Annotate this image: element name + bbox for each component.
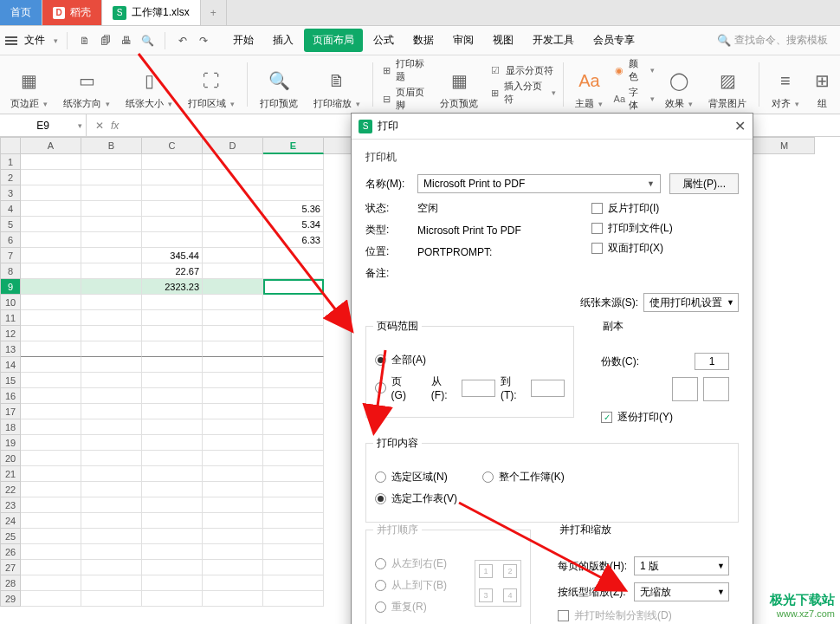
- row-header[interactable]: 22: [0, 482, 21, 497]
- row-header[interactable]: 20: [0, 451, 21, 466]
- row-header[interactable]: 28: [0, 575, 21, 591]
- mtab-dev[interactable]: 开发工具: [524, 29, 583, 52]
- theme-font[interactable]: Aa字体 ▾: [613, 86, 655, 112]
- row-header[interactable]: 18: [0, 419, 21, 435]
- save-icon[interactable]: 🗎: [76, 32, 94, 49]
- row-header[interactable]: 29: [0, 591, 21, 607]
- selected-sheet-radio[interactable]: 选定工作表(V): [375, 491, 729, 506]
- row-header[interactable]: 4: [0, 201, 21, 217]
- collate-check[interactable]: 逐份打印(Y): [601, 410, 729, 425]
- rg-theme[interactable]: Aa主题 ▾: [570, 59, 608, 110]
- rg-bgimage[interactable]: ▨背景图片: [703, 59, 752, 110]
- rg-orientation[interactable]: ▭纸张方向 ▾: [58, 59, 115, 110]
- perpage-combo[interactable]: 1 版▼: [634, 556, 729, 575]
- mtab-formula[interactable]: 公式: [365, 29, 403, 52]
- scale-combo[interactable]: 无缩放▼: [634, 582, 729, 601]
- row-header[interactable]: 3: [0, 185, 21, 201]
- properties-button[interactable]: 属性(P)...: [669, 173, 739, 194]
- row-header[interactable]: 10: [0, 295, 21, 310]
- row-header[interactable]: 5: [0, 217, 21, 232]
- cell-reference[interactable]: E9▾: [0, 114, 87, 136]
- insert-pagebreak[interactable]: ⊞插入分页符 ▾: [488, 80, 555, 106]
- col-header[interactable]: A: [21, 137, 81, 154]
- from-input[interactable]: [462, 380, 495, 397]
- row-header[interactable]: 26: [0, 544, 21, 560]
- file-menu[interactable]: 文件: [24, 33, 45, 48]
- rg-printarea[interactable]: ⛶打印区域 ▾: [183, 59, 240, 110]
- tab-home[interactable]: 首页: [0, 0, 42, 25]
- show-pagebreaks[interactable]: ☑显示分页符: [488, 63, 555, 77]
- whole-workbook-radio[interactable]: 整个工作簿(K): [482, 470, 565, 484]
- row-header-active[interactable]: 9: [0, 279, 21, 295]
- rg-printzoom[interactable]: 🗎打印缩放 ▾: [308, 59, 365, 110]
- col-header-active[interactable]: E: [263, 137, 324, 154]
- row-header[interactable]: 24: [0, 513, 21, 529]
- row-header[interactable]: 27: [0, 560, 21, 575]
- undo-icon[interactable]: ↶: [174, 32, 191, 49]
- print-to-file-check[interactable]: 打印到文件(L): [591, 221, 739, 236]
- row-header[interactable]: 12: [0, 326, 21, 341]
- row-header[interactable]: 19: [0, 435, 21, 451]
- row-header[interactable]: 13: [0, 341, 21, 357]
- col-header[interactable]: M: [754, 137, 815, 154]
- tab-workbook[interactable]: S工作簿1.xlsx: [102, 0, 201, 25]
- hamburger-icon[interactable]: [5, 36, 17, 45]
- fx-icon[interactable]: fx: [111, 120, 119, 132]
- rg-group[interactable]: ⊞组: [810, 59, 835, 110]
- cancel-fx-icon[interactable]: ✕: [95, 120, 104, 132]
- theme-color[interactable]: ◉颜色 ▾: [613, 57, 655, 83]
- printer-name-combo[interactable]: Microsoft Print to PDF▼: [417, 174, 661, 193]
- mtab-start[interactable]: 开始: [224, 29, 262, 52]
- row-header[interactable]: 15: [0, 373, 21, 388]
- saveas-icon[interactable]: 🗐: [97, 32, 114, 49]
- copies-input[interactable]: 1: [695, 353, 729, 370]
- duplex-check[interactable]: 双面打印(X): [591, 241, 739, 256]
- rg-printpreview[interactable]: 🔍打印预览: [255, 59, 303, 110]
- range-pages-radio[interactable]: 页(G) 从(F): 到(T):: [375, 374, 565, 401]
- zoom-group: 并打和缩放 每页的版数(H):1 版▼ 按纸型缩放(Z):无缩放▼ 并打时绘制分…: [548, 530, 739, 624]
- mtab-view[interactable]: 视图: [484, 29, 522, 52]
- selected-area-radio[interactable]: 选定区域(N): [375, 470, 448, 484]
- row-header[interactable]: 1: [0, 154, 21, 170]
- row-header[interactable]: 14: [0, 357, 21, 373]
- row-header[interactable]: 16: [0, 388, 21, 404]
- row-header[interactable]: 6: [0, 232, 21, 248]
- col-header[interactable]: C: [142, 137, 203, 154]
- search-box[interactable]: 🔍查找命令、搜索模板: [717, 33, 835, 48]
- col-header[interactable]: D: [203, 137, 263, 154]
- mtab-member[interactable]: 会员专享: [585, 29, 643, 52]
- range-all-radio[interactable]: 全部(A): [375, 353, 565, 367]
- tab-daoke[interactable]: D稻壳: [42, 0, 102, 25]
- rg-effects[interactable]: ◯效果 ▾: [660, 59, 698, 110]
- mtab-review[interactable]: 审阅: [444, 29, 482, 52]
- rg-size[interactable]: ▯纸张大小 ▾: [120, 59, 178, 110]
- to-input[interactable]: [531, 380, 565, 397]
- rg-margins[interactable]: ▦页边距 ▾: [5, 59, 53, 110]
- paper-source-combo[interactable]: 使用打印机设置▼: [643, 293, 739, 312]
- active-cell[interactable]: [263, 279, 324, 295]
- mtab-data[interactable]: 数据: [404, 29, 443, 52]
- tab-add[interactable]: +: [201, 0, 227, 25]
- select-all-corner[interactable]: [0, 137, 21, 154]
- close-icon[interactable]: ✕: [734, 118, 746, 134]
- row-header[interactable]: 25: [0, 529, 21, 544]
- row-header[interactable]: 23: [0, 497, 21, 513]
- header-footer[interactable]: ⊟页眉页脚: [380, 86, 430, 112]
- mtab-insert[interactable]: 插入: [264, 29, 302, 52]
- col-header[interactable]: B: [81, 137, 142, 154]
- row-header[interactable]: 21: [0, 466, 21, 482]
- preview-icon[interactable]: 🔍: [139, 32, 156, 49]
- reverse-print-check[interactable]: 反片打印(I): [591, 201, 739, 216]
- row-header[interactable]: 17: [0, 404, 21, 419]
- row-header[interactable]: 11: [0, 310, 21, 326]
- print-icon[interactable]: 🖶: [118, 32, 135, 49]
- row-header[interactable]: 8: [0, 263, 21, 279]
- mtab-pagelayout[interactable]: 页面布局: [304, 29, 363, 52]
- row-header[interactable]: 2: [0, 170, 21, 185]
- redo-icon[interactable]: ↷: [195, 32, 212, 49]
- print-titles[interactable]: ⊞打印标题: [380, 57, 430, 83]
- rg-align[interactable]: ≡对齐 ▾: [766, 59, 804, 110]
- print-dialog: S 打印 ✕ 打印机 名称(M): Microsoft Print to PDF…: [351, 113, 753, 624]
- rg-pagebreak-preview[interactable]: ▦分页预览: [435, 59, 483, 110]
- row-header[interactable]: 7: [0, 248, 21, 263]
